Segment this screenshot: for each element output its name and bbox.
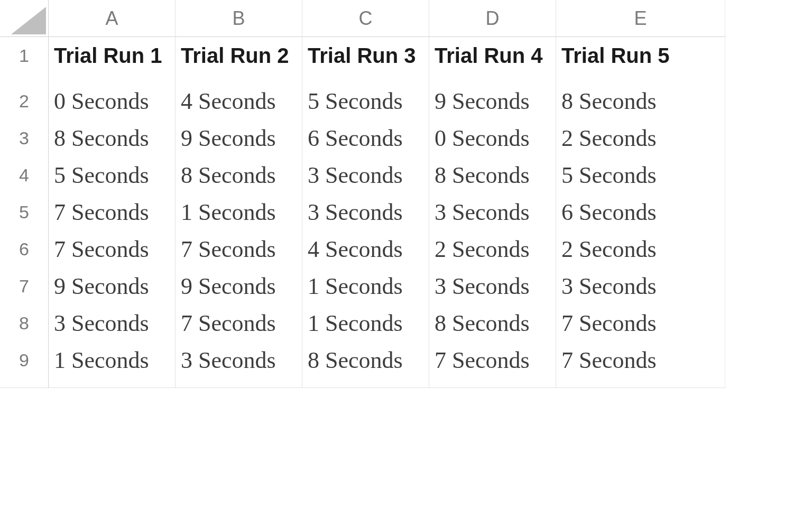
row-header-1[interactable]: 1: [0, 37, 49, 75]
col-header-C[interactable]: C: [302, 0, 429, 37]
cell-A1[interactable]: Trial Run 1: [49, 37, 176, 75]
cell-E9[interactable]: 7 Seconds: [556, 333, 725, 388]
col-header-B[interactable]: B: [176, 0, 302, 37]
spreadsheet-grid[interactable]: A B C D E 1 Trial Run 1 Trial Run 2 Tria…: [0, 0, 812, 370]
cell-E1[interactable]: Trial Run 5: [556, 37, 725, 75]
cell-A9[interactable]: 1 Seconds: [49, 333, 176, 388]
col-header-D[interactable]: D: [429, 0, 556, 37]
select-all-corner[interactable]: [0, 0, 49, 37]
row-header-9[interactable]: 9: [0, 333, 49, 388]
cell-C9[interactable]: 8 Seconds: [302, 333, 429, 388]
col-header-A[interactable]: A: [49, 0, 176, 37]
cell-B9[interactable]: 3 Seconds: [176, 333, 302, 388]
cell-D9[interactable]: 7 Seconds: [429, 333, 556, 388]
col-header-E[interactable]: E: [556, 0, 725, 37]
cell-D1[interactable]: Trial Run 4: [429, 37, 556, 75]
cell-C1[interactable]: Trial Run 3: [302, 37, 429, 75]
cell-B1[interactable]: Trial Run 2: [176, 37, 302, 75]
